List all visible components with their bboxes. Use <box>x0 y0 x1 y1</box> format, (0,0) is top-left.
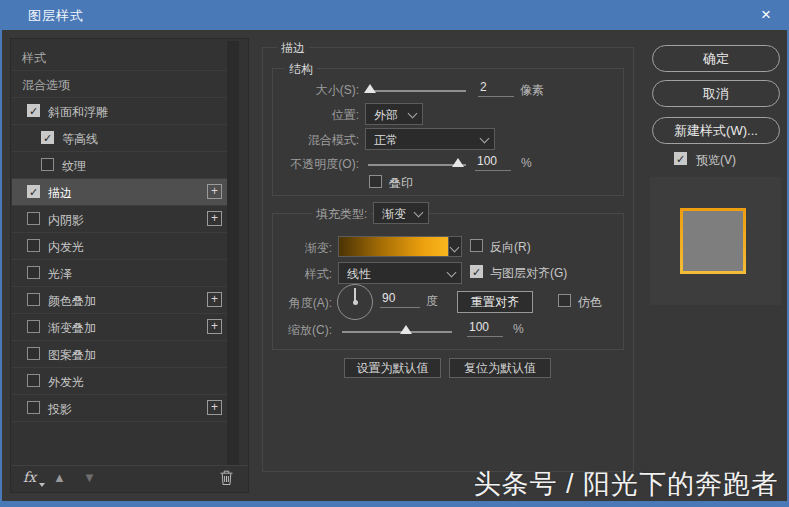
dither-checkbox[interactable] <box>558 294 571 307</box>
reset-alignment-button[interactable]: 重置对齐 <box>457 291 533 313</box>
contour-checkbox[interactable]: ✓ <box>41 131 54 144</box>
sidebar-item-label: 等高线 <box>62 131 98 148</box>
opacity-slider-thumb[interactable] <box>452 158 464 167</box>
position-dropdown[interactable]: 外部 <box>365 103 423 125</box>
size-value-field[interactable]: 2 <box>478 80 514 97</box>
style-preview-panel <box>650 177 781 305</box>
sidebar-item-texture[interactable]: 纹理 <box>12 152 227 179</box>
pattern-overlay-checkbox[interactable] <box>27 347 40 360</box>
fx-caret-icon <box>39 483 45 487</box>
color-overlay-add-instance-icon[interactable]: + <box>207 292 222 307</box>
sidebar-item-blending-options[interactable]: 混合选项 <box>12 71 227 98</box>
size-unit: 像素 <box>520 82 544 99</box>
size-slider-track[interactable] <box>368 90 466 92</box>
angle-center-dot <box>353 300 358 305</box>
preview-label: 预览(V) <box>696 152 736 169</box>
chevron-down-icon <box>450 243 460 253</box>
sidebar-item-label: 光泽 <box>48 266 72 283</box>
gradient-style-value: 线性 <box>347 266 371 283</box>
sidebar-item-label: 渐变叠加 <box>48 320 96 337</box>
effects-sidebar: 样式混合选项✓斜面和浮雕✓等高线纹理✓描边+内阴影+内发光光泽颜色叠加+渐变叠加… <box>10 38 249 493</box>
position-value: 外部 <box>374 107 398 124</box>
satin-checkbox[interactable] <box>27 266 40 279</box>
inner-glow-checkbox[interactable] <box>27 239 40 252</box>
stroke-group-label: 描边 <box>277 40 309 57</box>
scale-label: 缩放(C): <box>272 322 332 339</box>
chevron-down-icon <box>480 134 490 144</box>
outer-glow-checkbox[interactable] <box>27 374 40 387</box>
set-as-default-button[interactable]: 设置为默认值 <box>344 358 441 378</box>
opacity-label: 不透明度(O): <box>249 156 359 173</box>
sidebar-item-label: 斜面和浮雕 <box>48 104 108 121</box>
gradient-swatch-dropdown[interactable] <box>448 236 462 257</box>
sidebar-item-contour[interactable]: ✓等高线 <box>12 125 227 152</box>
sidebar-footer: fx ▲ ▼ <box>11 465 248 492</box>
opacity-value-field[interactable]: 100 <box>475 154 511 171</box>
preview-checkbox[interactable]: ✓ <box>674 152 687 165</box>
angle-value-field[interactable]: 90 <box>380 291 420 308</box>
gradient-label: 渐变: <box>282 240 332 257</box>
size-slider-thumb[interactable] <box>364 84 376 93</box>
structure-group-label: 结构 <box>285 61 317 78</box>
overprint-checkbox[interactable] <box>369 175 382 188</box>
fill-type-dropdown[interactable]: 渐变 <box>373 202 429 224</box>
dialog-content: 样式混合选项✓斜面和浮雕✓等高线纹理✓描边+内阴影+内发光光泽颜色叠加+渐变叠加… <box>2 0 787 471</box>
fill-type-label: 填充类型: <box>312 206 371 223</box>
sidebar-item-bevel-emboss[interactable]: ✓斜面和浮雕 <box>12 98 227 125</box>
angle-label: 角度(A): <box>272 295 332 312</box>
sidebar-item-label: 投影 <box>48 401 72 418</box>
sidebar-item-inner-glow[interactable]: 内发光 <box>12 233 227 260</box>
chevron-down-icon <box>447 268 457 278</box>
move-effect-down-icon[interactable]: ▼ <box>83 470 96 485</box>
texture-checkbox[interactable] <box>41 158 54 171</box>
gradient-overlay-checkbox[interactable] <box>27 320 40 333</box>
ok-button[interactable]: 确定 <box>652 45 780 72</box>
reverse-checkbox[interactable] <box>470 239 483 252</box>
sidebar-item-label: 图案叠加 <box>48 347 96 364</box>
scale-slider-thumb[interactable] <box>400 325 412 334</box>
watermark-text: 头条号 / 阳光下的奔跑者 <box>473 466 779 502</box>
delete-effect-icon[interactable] <box>219 469 234 490</box>
sidebar-item-pattern-overlay[interactable]: 图案叠加 <box>12 341 227 368</box>
stroke-checkbox[interactable]: ✓ <box>27 185 40 198</box>
chevron-down-icon <box>414 208 424 218</box>
gradient-style-dropdown[interactable]: 线性 <box>338 262 462 284</box>
sidebar-item-outer-glow[interactable]: 外发光 <box>12 368 227 395</box>
sidebar-item-drop-shadow[interactable]: 投影+ <box>12 395 227 422</box>
gradient-style-label: 样式: <box>292 266 332 283</box>
cancel-button[interactable]: 取消 <box>652 80 780 107</box>
gradient-overlay-add-instance-icon[interactable]: + <box>207 319 222 334</box>
sidebar-item-satin[interactable]: 光泽 <box>12 260 227 287</box>
angle-dial[interactable] <box>337 284 373 320</box>
gradient-swatch[interactable] <box>338 236 449 257</box>
scale-value-field[interactable]: 100 <box>467 320 503 337</box>
blend-mode-dropdown[interactable]: 正常 <box>365 128 495 150</box>
inner-shadow-checkbox[interactable] <box>27 212 40 225</box>
bevel-emboss-checkbox[interactable]: ✓ <box>27 104 40 117</box>
reset-to-default-button[interactable]: 复位为默认值 <box>449 358 551 378</box>
angle-unit: 度 <box>426 293 438 310</box>
drop-shadow-checkbox[interactable] <box>27 401 40 414</box>
sidebar-item-styles[interactable]: 样式 <box>12 44 227 71</box>
align-with-layer-checkbox[interactable]: ✓ <box>470 265 483 278</box>
drop-shadow-add-instance-icon[interactable]: + <box>207 400 222 415</box>
inner-shadow-add-instance-icon[interactable]: + <box>207 211 222 226</box>
sidebar-item-inner-shadow[interactable]: 内阴影+ <box>12 206 227 233</box>
new-style-button[interactable]: 新建样式(W)... <box>652 117 780 144</box>
blend-mode-label: 混合模式: <box>259 132 359 149</box>
sidebar-item-label: 混合选项 <box>22 77 70 94</box>
stroke-add-instance-icon[interactable]: + <box>207 184 222 199</box>
sidebar-item-gradient-overlay[interactable]: 渐变叠加+ <box>12 314 227 341</box>
sidebar-item-label: 内发光 <box>48 239 84 256</box>
sidebar-item-color-overlay[interactable]: 颜色叠加+ <box>12 287 227 314</box>
chevron-down-icon <box>408 109 418 119</box>
move-effect-up-icon[interactable]: ▲ <box>53 470 66 485</box>
fx-menu-button[interactable]: fx <box>23 469 36 485</box>
color-overlay-checkbox[interactable] <box>27 293 40 306</box>
sidebar-scrollbar[interactable] <box>227 41 239 465</box>
sidebar-item-stroke[interactable]: ✓描边+ <box>12 179 227 206</box>
position-label: 位置: <box>302 107 359 124</box>
scale-slider-track[interactable] <box>342 331 452 333</box>
style-preview-fill <box>683 211 743 271</box>
layer-style-dialog: 图层样式 × 样式混合选项✓斜面和浮雕✓等高线纹理✓描边+内阴影+内发光光泽颜色… <box>0 0 789 507</box>
